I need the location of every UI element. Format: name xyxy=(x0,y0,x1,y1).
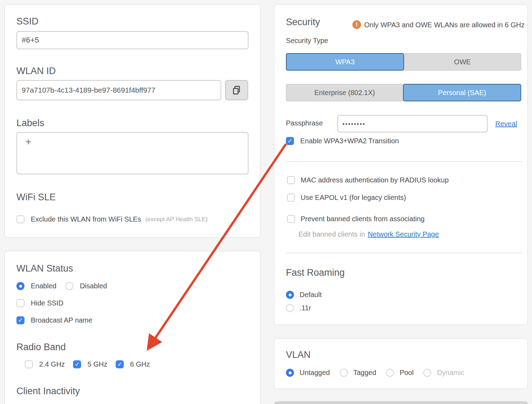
vlan-pool-label: Pool xyxy=(400,369,414,377)
toggle-personal-sae[interactable]: Personal (SAE) xyxy=(403,84,521,101)
prevent-banned-row[interactable]: Prevent banned clients from associating xyxy=(287,215,425,223)
band-5ghz-label: 5 GHz xyxy=(87,360,107,368)
passphrase-input[interactable] xyxy=(337,115,488,132)
band-24ghz-checkbox[interactable] xyxy=(25,360,33,368)
wlan-config-page: { "icons": { "add": "+", "warning": "!" … xyxy=(0,0,532,404)
copy-icon xyxy=(232,85,241,95)
network-security-page-link[interactable]: Network Security Page xyxy=(368,230,439,238)
vlan-dynamic-label: Dynamic xyxy=(437,369,464,377)
warning-icon: ! xyxy=(352,20,361,29)
band-6ghz-option[interactable]: 6 GHz xyxy=(116,360,150,368)
status-enabled-option[interactable]: Enabled xyxy=(16,282,56,290)
wpa3-transition-row[interactable]: Enable WPA3+WPA2 Transition xyxy=(286,137,399,145)
security-type-label: Security Type xyxy=(286,37,328,45)
vlan-tagged-label: Tagged xyxy=(353,369,376,377)
toggle-owe[interactable]: OWE xyxy=(404,53,521,71)
edit-banned-row: Edit banned clients in Network Security … xyxy=(299,230,439,238)
enabled-label: Enabled xyxy=(31,282,56,290)
eapol-checkbox[interactable] xyxy=(287,194,295,202)
vlan-pool-radio[interactable] xyxy=(386,369,394,377)
vlan-dynamic-option: Dynamic xyxy=(423,369,464,377)
vlan-heading: VLAN xyxy=(286,349,311,360)
labels-heading: Labels xyxy=(16,117,44,129)
exclude-sle-checkbox[interactable] xyxy=(16,215,24,223)
disabled-radio[interactable] xyxy=(65,282,73,290)
fr-11r-label: .11r xyxy=(300,304,311,312)
status-disabled-option[interactable]: Disabled xyxy=(65,282,107,290)
fr-11r-radio[interactable] xyxy=(286,304,294,312)
prevent-banned-label: Prevent banned clients from associating xyxy=(301,215,425,223)
security-divider-1 xyxy=(286,161,522,162)
vlan-tagged-option[interactable]: Tagged xyxy=(340,369,376,377)
mac-auth-label: MAC address authentication by RADIUS loo… xyxy=(301,176,449,184)
band-24ghz-option[interactable]: 2.4 GHz xyxy=(25,360,65,368)
toggle-enterprise[interactable]: Enterprise (802.1X) xyxy=(286,84,403,101)
passphrase-label: Passphrase xyxy=(286,119,323,127)
wlan-id-input[interactable] xyxy=(16,80,221,100)
labels-box[interactable]: + xyxy=(16,132,249,174)
edit-banned-prefix: Edit banned clients in xyxy=(299,230,365,238)
wpa3-mode-toggle: Enterprise (802.1X) Personal (SAE) xyxy=(286,84,521,101)
mac-auth-checkbox[interactable] xyxy=(287,176,295,184)
wlan-status-radio-row: Enabled Disabled xyxy=(16,282,107,290)
security-heading: Security xyxy=(286,16,320,28)
ssid-input[interactable] xyxy=(16,31,249,49)
wlan-id-heading: WLAN ID xyxy=(16,65,56,77)
wpa3-transition-checkbox[interactable] xyxy=(286,137,294,145)
wlan-status-card: WLAN Status Enabled Disabled Hide SSID B… xyxy=(5,251,260,404)
security-divider-2 xyxy=(286,253,522,253)
mac-auth-row[interactable]: MAC address authentication by RADIUS loo… xyxy=(287,176,449,184)
vlan-untagged-label: Untagged xyxy=(300,369,330,377)
security-type-toggle: WPA3 OWE xyxy=(286,53,521,71)
next-card-top-edge xyxy=(274,401,528,404)
exclude-sle-note: (except AP Health SLE) xyxy=(145,216,208,223)
band-5ghz-checkbox[interactable] xyxy=(73,360,81,368)
security-card: Security ! Only WPA3 and OWE WLANs are a… xyxy=(274,4,528,325)
ssid-heading: SSID xyxy=(16,16,38,27)
general-settings-card: SSID WLAN ID Labels + WiFi SLE Exclude t… xyxy=(5,4,260,238)
reveal-link[interactable]: Reveal xyxy=(495,120,517,128)
hide-ssid-checkbox[interactable] xyxy=(16,299,24,307)
enabled-radio[interactable] xyxy=(16,282,24,290)
fast-roaming-default-row[interactable]: Default xyxy=(286,291,322,299)
broadcast-ap-checkbox[interactable] xyxy=(16,316,24,324)
add-label-icon[interactable]: + xyxy=(26,137,31,147)
fr-default-label: Default xyxy=(300,291,322,299)
band-24ghz-label: 2.4 GHz xyxy=(39,360,65,368)
radio-band-heading: Radio Band xyxy=(16,341,66,353)
client-inactivity-heading: Client Inactivity xyxy=(16,385,80,397)
hide-ssid-label: Hide SSID xyxy=(31,299,63,307)
band-6ghz-label: 6 GHz xyxy=(130,360,150,368)
band-6ghz-checkbox[interactable] xyxy=(116,360,124,368)
fast-roaming-11r-row[interactable]: .11r xyxy=(286,304,311,312)
band-5ghz-option[interactable]: 5 GHz xyxy=(73,360,107,368)
vlan-card: VLAN Untagged Tagged Pool Dynamic xyxy=(274,338,528,389)
vlan-untagged-radio[interactable] xyxy=(286,369,294,377)
wlan-status-heading: WLAN Status xyxy=(16,263,73,274)
vlan-dynamic-radio xyxy=(423,369,431,377)
wifi-sle-heading: WiFi SLE xyxy=(16,192,56,203)
eapol-row[interactable]: Use EAPOL v1 (for legacy clients) xyxy=(287,194,406,202)
exclude-sle-row[interactable]: Exclude this WLAN from WiFi SLEs (except… xyxy=(16,215,208,223)
eapol-label: Use EAPOL v1 (for legacy clients) xyxy=(301,194,406,202)
exclude-sle-label: Exclude this WLAN from WiFi SLEs xyxy=(31,215,141,223)
vlan-options-row: Untagged Tagged Pool Dynamic xyxy=(286,369,464,377)
prevent-banned-checkbox[interactable] xyxy=(287,215,295,223)
fr-default-radio[interactable] xyxy=(286,291,294,299)
hide-ssid-row[interactable]: Hide SSID xyxy=(16,299,63,307)
copy-wlan-id-button[interactable] xyxy=(225,80,248,100)
vlan-untagged-option[interactable]: Untagged xyxy=(286,369,330,377)
toggle-wpa3[interactable]: WPA3 xyxy=(286,53,404,71)
fast-roaming-heading: Fast Roaming xyxy=(286,267,345,278)
broadcast-ap-label: Broadcast AP name xyxy=(31,316,92,324)
wpa3-transition-label: Enable WPA3+WPA2 Transition xyxy=(300,137,399,145)
radio-band-row: 2.4 GHz 5 GHz 6 GHz xyxy=(25,360,150,368)
security-warning-text: Only WPA3 and OWE WLANs are allowed in 6… xyxy=(364,21,525,29)
disabled-label: Disabled xyxy=(80,282,107,290)
vlan-pool-option[interactable]: Pool xyxy=(386,369,414,377)
broadcast-ap-row[interactable]: Broadcast AP name xyxy=(16,316,92,324)
vlan-tagged-radio[interactable] xyxy=(340,369,348,377)
